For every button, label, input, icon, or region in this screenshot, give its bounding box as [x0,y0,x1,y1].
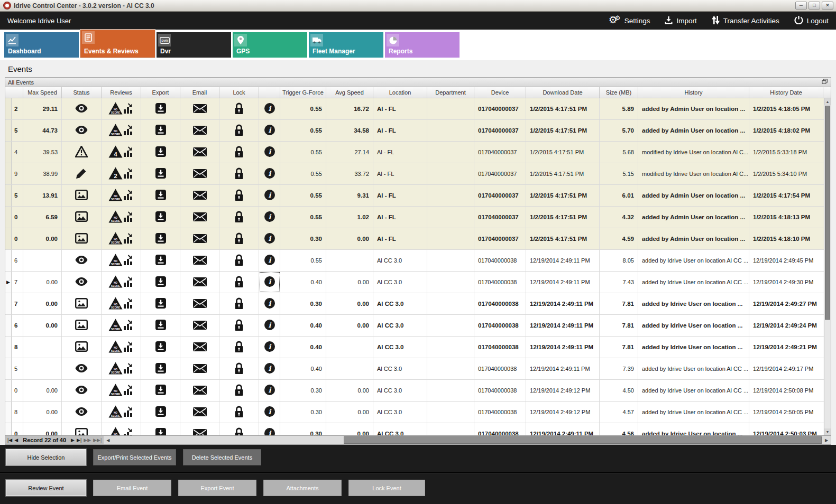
table-row[interactable]: 80.00NOSCOREi0.300.00Al CC 3.00170400000… [5,402,831,423]
email-cell[interactable] [180,185,219,206]
export-cell[interactable] [141,228,180,249]
event-id-partial-cell[interactable]: 5 [12,185,23,206]
export-event-button[interactable]: Export Event [178,480,256,496]
location-cell[interactable]: Al CC 3.0 [373,423,427,435]
table-row[interactable]: 60.00NOSCOREi0.400.00Al CC 3.00170400000… [5,315,831,337]
history-date-cell[interactable]: 12/19/2014 2:50:03 PM [749,423,823,435]
download-date-cell[interactable]: 12/19/2014 2:49:12 PM [526,402,600,423]
tab-fleet-manager[interactable]: Fleet Manager [309,32,383,58]
status-cell[interactable] [62,142,102,163]
device-cell[interactable]: 017040000038 [474,272,526,293]
location-cell[interactable]: Al - FL [373,228,427,249]
email-cell[interactable] [180,142,219,163]
trigger-gforce-cell[interactable]: 0.55 [280,185,326,206]
avg-speed-cell[interactable] [326,337,373,358]
history-date-cell[interactable]: 12/19/2014 2:49:21 PM [749,337,823,358]
status-cell[interactable] [62,185,102,206]
nav-edit-button[interactable]: ▶▶| [93,437,102,443]
download-date-cell[interactable]: 1/2/2015 4:17:51 PM [526,207,600,228]
size-cell[interactable]: 6.01 [600,185,638,206]
location-cell[interactable]: Al CC 3.0 [373,250,427,271]
history-cell[interactable]: added by Idrive User on location ... [638,315,749,336]
device-cell[interactable]: 017040000037 [474,185,526,206]
col-header-reviews[interactable]: Reviews [102,87,141,98]
history-cell[interactable]: added by Idrive User on location Al CC .… [638,402,749,423]
history-cell[interactable]: modified by Idrive User on location Al C… [638,142,749,163]
tab-gps[interactable]: GPS [233,32,307,58]
trigger-gforce-cell[interactable]: 0.40 [280,337,326,358]
department-cell[interactable] [427,163,474,184]
device-cell[interactable]: 017040000037 [474,142,526,163]
download-date-cell[interactable]: 12/19/2014 2:49:11 PM [526,315,600,336]
col-header-export[interactable]: Export [141,87,180,98]
event-id-partial-cell[interactable]: 5 [12,120,23,141]
history-date-cell[interactable]: 1/2/2015 5:34:10 PM [749,163,823,184]
department-cell[interactable] [427,228,474,249]
info-cell[interactable]: i [259,207,280,228]
lock-cell[interactable] [219,163,259,184]
event-id-partial-cell[interactable]: 0 [12,207,23,228]
history-cell[interactable]: added by Admin User on location ... [638,98,749,119]
trigger-gforce-cell[interactable]: 0.55 [280,250,326,271]
col-header-device[interactable]: Device [474,87,526,98]
size-cell[interactable]: 5.15 [600,163,638,184]
max-speed-cell[interactable] [23,337,62,358]
download-date-cell[interactable]: 12/19/2014 2:49:11 PM [526,337,600,358]
location-cell[interactable]: Al - FL [373,207,427,228]
event-id-partial-cell[interactable]: 0 [12,423,23,435]
location-cell[interactable]: Al CC 3.0 [373,402,427,423]
review-event-button[interactable]: Review Event [6,480,86,496]
col-header-lock[interactable]: Lock [219,87,259,98]
location-cell[interactable]: Al - FL [373,120,427,141]
vertical-scrollbar[interactable]: ▲ ▼ [824,98,831,435]
reviews-cell[interactable]: NOSCORE [102,315,141,336]
history-cell[interactable]: added by Admin User on location ... [638,228,749,249]
avg-speed-cell[interactable]: 0.00 [326,293,373,314]
department-cell[interactable] [427,358,474,379]
lock-cell[interactable] [219,293,259,314]
status-cell[interactable] [62,315,102,336]
trigger-gforce-cell[interactable]: 0.30 [280,293,326,314]
info-cell[interactable]: i [259,315,280,336]
trigger-gforce-cell[interactable]: 0.30 [280,423,326,435]
department-cell[interactable] [427,207,474,228]
col-header-blank[interactable] [5,87,23,98]
reviews-cell[interactable]: 2 [102,163,141,184]
minimize-button[interactable]: ─ [795,2,807,10]
download-date-cell[interactable]: 12/19/2014 2:49:11 PM [526,250,600,271]
lock-cell[interactable] [219,228,259,249]
size-cell[interactable]: 7.43 [600,272,638,293]
status-cell[interactable] [62,98,102,119]
info-cell[interactable]: i [259,250,280,271]
info-cell[interactable]: i [259,272,280,293]
col-header-blank[interactable] [259,87,280,98]
department-cell[interactable] [427,315,474,336]
reviews-cell[interactable]: NOSCORE [102,120,141,141]
table-row[interactable]: 5NOSCOREi0.40Al CC 3.001704000003812/19/… [5,358,831,380]
event-id-partial-cell[interactable]: 6 [12,250,23,271]
department-cell[interactable] [427,402,474,423]
status-cell[interactable] [62,228,102,249]
max-speed-cell[interactable]: 38.99 [23,163,62,184]
table-row[interactable]: 544.73NOSCOREi0.5534.58Al - FL0170400000… [5,120,831,142]
history-date-cell[interactable]: 1/2/2015 4:17:54 PM [749,185,823,206]
info-cell[interactable]: i [259,185,280,206]
max-speed-cell[interactable] [23,250,62,271]
settings-button[interactable]: ⚙⚙ Settings [609,16,650,25]
history-cell[interactable]: added by Idrive User on location Al CC .… [638,272,749,293]
reviews-cell[interactable]: 4 [102,142,141,163]
email-cell[interactable] [180,402,219,423]
status-cell[interactable] [62,120,102,141]
status-cell[interactable] [62,293,102,314]
scroll-up-icon[interactable]: ▲ [824,98,831,105]
col-header-max-speed[interactable]: Max Speed [23,87,62,98]
nav-last-button[interactable]: ▶| [77,437,81,443]
event-id-partial-cell[interactable]: 5 [12,358,23,379]
size-cell[interactable]: 7.39 [600,358,638,379]
trigger-gforce-cell[interactable]: 0.30 [280,380,326,401]
avg-speed-cell[interactable]: 33.72 [326,163,373,184]
export-cell[interactable] [141,272,180,293]
status-cell[interactable] [62,250,102,271]
size-cell[interactable]: 5.70 [600,120,638,141]
table-row[interactable]: 70.00NOSCOREi0.300.00Al CC 3.00170400000… [5,293,831,315]
